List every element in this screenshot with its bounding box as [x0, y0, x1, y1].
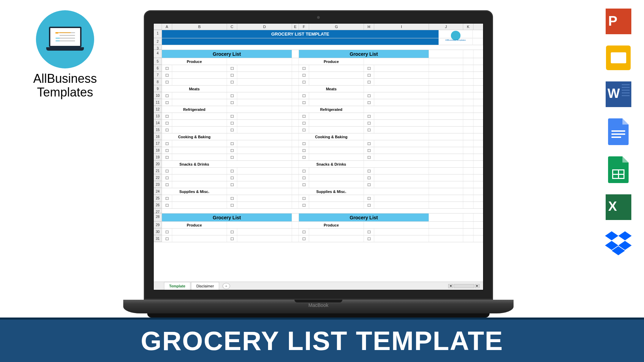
- item-cell[interactable]: [237, 120, 292, 126]
- item-cell[interactable]: [374, 154, 429, 160]
- category-label[interactable]: Snacks & Drinks: [162, 161, 227, 167]
- item-cell[interactable]: [237, 235, 292, 242]
- row-header[interactable]: 29: [154, 222, 162, 228]
- item-cell[interactable]: [309, 154, 364, 160]
- item-cell[interactable]: [172, 113, 227, 119]
- item-cell[interactable]: [172, 174, 227, 181]
- checkbox[interactable]: ☐: [299, 120, 309, 126]
- item-cell[interactable]: [309, 65, 364, 72]
- item-cell[interactable]: [374, 168, 429, 174]
- horizontal-scroll[interactable]: ◄►: [448, 284, 480, 288]
- row-header[interactable]: 2: [154, 38, 162, 45]
- item-cell[interactable]: [237, 154, 292, 160]
- category-label[interactable]: Supplies & Misc.: [299, 188, 364, 195]
- item-cell[interactable]: [172, 79, 227, 85]
- checkbox[interactable]: ☐: [227, 120, 237, 126]
- row-header[interactable]: 23: [154, 181, 162, 188]
- checkbox[interactable]: ☐: [299, 79, 309, 85]
- category-label[interactable]: Produce: [299, 58, 364, 65]
- item-cell[interactable]: [172, 168, 227, 174]
- list-header[interactable]: Grocery List: [162, 214, 292, 221]
- list-header[interactable]: Grocery List: [162, 50, 292, 58]
- checkbox[interactable]: ☐: [162, 140, 172, 147]
- checkbox[interactable]: ☐: [364, 127, 374, 133]
- checkbox[interactable]: ☐: [162, 168, 172, 174]
- checkbox[interactable]: ☐: [162, 113, 172, 119]
- item-cell[interactable]: [172, 65, 227, 72]
- row-header[interactable]: 27: [154, 209, 162, 213]
- checkbox[interactable]: ☐: [227, 127, 237, 133]
- item-cell[interactable]: [172, 154, 227, 160]
- checkbox[interactable]: ☐: [364, 168, 374, 174]
- checkbox[interactable]: ☐: [364, 181, 374, 188]
- item-cell[interactable]: [309, 229, 364, 235]
- item-cell[interactable]: [309, 195, 364, 202]
- item-cell[interactable]: [237, 202, 292, 208]
- checkbox[interactable]: ☐: [364, 202, 374, 208]
- item-cell[interactable]: [374, 174, 429, 181]
- tab-disclaimer[interactable]: Disclaimer: [191, 282, 219, 290]
- category-label[interactable]: Refrigerated: [299, 106, 364, 113]
- item-cell[interactable]: [237, 140, 292, 147]
- item-cell[interactable]: [172, 140, 227, 147]
- checkbox[interactable]: ☐: [162, 235, 172, 242]
- row-header[interactable]: 21: [154, 168, 162, 174]
- item-cell[interactable]: [172, 202, 227, 208]
- checkbox[interactable]: ☐: [162, 92, 172, 99]
- item-cell[interactable]: [172, 147, 227, 154]
- row-header[interactable]: 25: [154, 195, 162, 202]
- col-header[interactable]: F: [299, 24, 309, 30]
- item-cell[interactable]: [374, 195, 429, 202]
- list-header[interactable]: Grocery List: [299, 214, 429, 221]
- item-cell[interactable]: [309, 127, 364, 133]
- checkbox[interactable]: ☐: [227, 174, 237, 181]
- item-cell[interactable]: [172, 120, 227, 126]
- col-header[interactable]: I: [374, 24, 429, 30]
- checkbox[interactable]: ☐: [299, 195, 309, 202]
- item-cell[interactable]: [237, 72, 292, 78]
- checkbox[interactable]: ☐: [162, 181, 172, 188]
- checkbox[interactable]: ☐: [299, 235, 309, 242]
- item-cell[interactable]: [309, 120, 364, 126]
- checkbox[interactable]: ☐: [227, 229, 237, 235]
- checkbox[interactable]: ☐: [299, 154, 309, 160]
- item-cell[interactable]: [309, 79, 364, 85]
- row-header[interactable]: 28: [154, 214, 162, 221]
- item-cell[interactable]: [172, 181, 227, 188]
- item-cell[interactable]: [374, 235, 429, 242]
- row-header[interactable]: 31: [154, 235, 162, 242]
- row-header[interactable]: 19: [154, 154, 162, 160]
- row-header[interactable]: 24: [154, 188, 162, 195]
- col-header[interactable]: A: [162, 24, 172, 30]
- checkbox[interactable]: ☐: [227, 92, 237, 99]
- item-cell[interactable]: [172, 229, 227, 235]
- checkbox[interactable]: ☐: [162, 65, 172, 72]
- col-header[interactable]: K: [463, 24, 473, 30]
- checkbox[interactable]: ☐: [227, 154, 237, 160]
- checkbox[interactable]: ☐: [162, 174, 172, 181]
- row-header[interactable]: 10: [154, 92, 162, 99]
- list-header[interactable]: Grocery List: [299, 50, 429, 58]
- item-cell[interactable]: [237, 127, 292, 133]
- item-cell[interactable]: [172, 99, 227, 106]
- checkbox[interactable]: ☐: [364, 174, 374, 181]
- row-header[interactable]: 3: [154, 45, 162, 50]
- category-label[interactable]: Produce: [299, 222, 364, 228]
- category-label[interactable]: Supplies & Misc.: [162, 188, 227, 195]
- row-header[interactable]: 20: [154, 161, 162, 167]
- checkbox[interactable]: ☐: [227, 72, 237, 78]
- checkbox[interactable]: ☐: [364, 79, 374, 85]
- row-header[interactable]: 9: [154, 86, 162, 92]
- checkbox[interactable]: ☐: [162, 120, 172, 126]
- item-cell[interactable]: [309, 202, 364, 208]
- row-header[interactable]: 30: [154, 229, 162, 235]
- checkbox[interactable]: ☐: [162, 195, 172, 202]
- item-cell[interactable]: [237, 181, 292, 188]
- item-cell[interactable]: [374, 120, 429, 126]
- item-cell[interactable]: [374, 229, 429, 235]
- col-header[interactable]: H: [364, 24, 374, 30]
- checkbox[interactable]: ☐: [299, 140, 309, 147]
- row-header[interactable]: 5: [154, 58, 162, 65]
- checkbox[interactable]: ☐: [299, 127, 309, 133]
- col-header[interactable]: J: [429, 24, 463, 30]
